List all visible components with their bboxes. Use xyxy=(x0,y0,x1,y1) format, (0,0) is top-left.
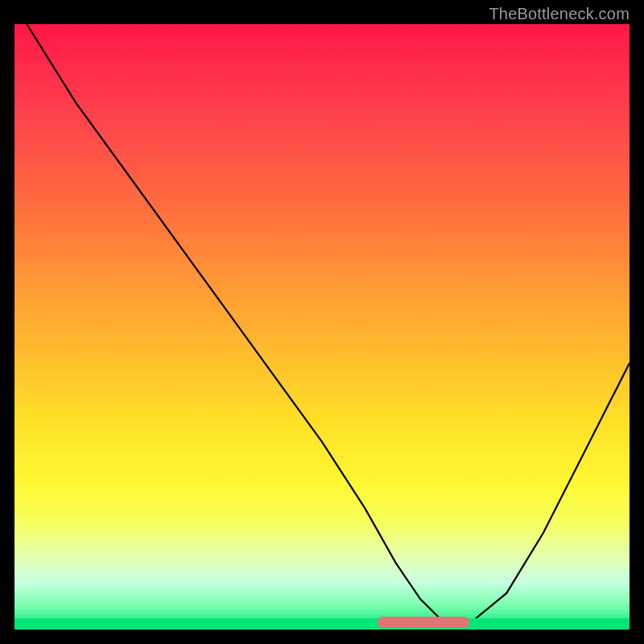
chart-frame xyxy=(14,24,630,630)
watermark-text: TheBottleneck.com xyxy=(489,5,630,23)
optimal-band xyxy=(14,618,630,630)
highlight-segment xyxy=(378,617,470,628)
bottleneck-curve xyxy=(14,24,630,630)
